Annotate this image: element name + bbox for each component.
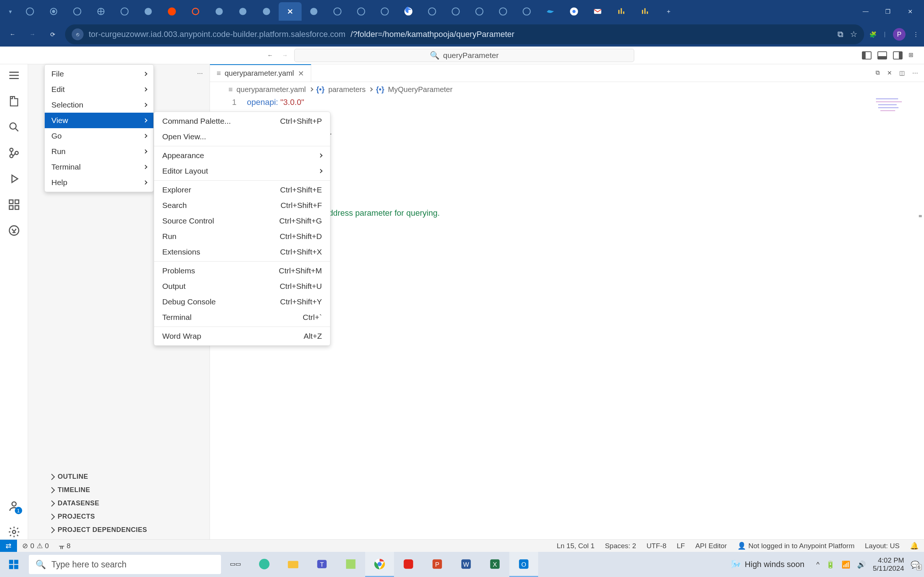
toggle-panel[interactable]	[877, 52, 887, 60]
menu-command-palette[interactable]: Command Palette...Ctrl+Shift+P	[154, 113, 330, 129]
menu-view[interactable]: View	[45, 113, 153, 128]
taskbar-search[interactable]: 🔍 Type here to search	[29, 555, 221, 574]
panel-projects[interactable]: PROJECTS	[28, 510, 210, 523]
menu-selection[interactable]: Selection	[45, 97, 153, 113]
site-info-icon[interactable]: ⎋	[72, 29, 84, 40]
split-editor-icon[interactable]: ◫	[899, 69, 905, 76]
menu-debug-console[interactable]: Debug ConsoleCtrl+Shift+Y	[154, 294, 330, 309]
source-control-icon[interactable]	[6, 145, 21, 160]
status-ports[interactable]: ᚂ 8	[54, 542, 76, 550]
status-cursor[interactable]: Ln 15, Col 1	[551, 542, 599, 550]
file-tab-queryparameter[interactable]: ≡ queryparameter.yaml ✕	[210, 64, 311, 82]
panel-project-dependencies[interactable]: PROJECT DEPENDENCIES	[28, 523, 210, 537]
run-debug-icon[interactable]	[6, 171, 21, 186]
start-button[interactable]	[0, 552, 27, 577]
menu-run[interactable]: Run	[45, 144, 153, 159]
nav-back-icon[interactable]: ←	[265, 52, 276, 59]
tab-2[interactable]	[42, 2, 65, 21]
command-center-search[interactable]: 🔍 queryParameter	[294, 49, 634, 62]
tab-25-gmail[interactable]	[586, 2, 609, 21]
minimap[interactable]	[876, 98, 917, 124]
tab-11[interactable]	[255, 2, 278, 21]
tab-27[interactable]	[633, 2, 656, 21]
install-app-icon[interactable]: ⧉	[837, 29, 843, 39]
app-edge[interactable]	[250, 552, 279, 577]
tab-18[interactable]	[421, 2, 444, 21]
breadcrumb-parameters[interactable]: parameters	[328, 85, 365, 94]
menu-source-control[interactable]: Source ControlCtrl+Shift+G	[154, 213, 330, 229]
tab-19[interactable]	[444, 2, 467, 21]
back-button[interactable]: ←	[5, 27, 20, 42]
menu-go[interactable]: Go	[45, 128, 153, 144]
minimize-button[interactable]: —	[855, 4, 877, 19]
tab-21[interactable]	[491, 2, 514, 21]
menu-explorer[interactable]: ExplorerCtrl+Shift+E	[154, 182, 330, 198]
open-flow-icon[interactable]: ⧉	[876, 69, 880, 76]
maximize-button[interactable]: ❐	[877, 4, 899, 19]
accounts-icon[interactable]: 1	[6, 499, 21, 514]
app-acrobat[interactable]	[394, 552, 423, 577]
menu-edit[interactable]: Edit	[45, 82, 153, 97]
menu-output[interactable]: OutputCtrl+Shift+U	[154, 279, 330, 294]
customize-layout[interactable]: ⊞	[908, 52, 918, 60]
breadcrumb-file[interactable]: queryparameter.yaml	[237, 85, 306, 94]
app-outlook[interactable]: O	[509, 552, 538, 577]
breadcrumbs[interactable]: ≡ queryparameter.yaml {•} parameters {•}…	[210, 82, 924, 97]
menu-help[interactable]: Help	[45, 175, 153, 190]
tab-3[interactable]	[66, 2, 89, 21]
status-layout[interactable]: Layout: US	[860, 542, 905, 550]
tab-17-google[interactable]	[397, 2, 420, 21]
tab-20[interactable]	[468, 2, 491, 21]
tab-24-chrome[interactable]	[562, 2, 585, 21]
panel-datasense[interactable]: DATASENSE	[28, 496, 210, 510]
action-center-icon[interactable]: 💬6	[911, 560, 919, 569]
new-tab-button[interactable]: ＋	[657, 2, 680, 21]
toggle-secondary-sidebar[interactable]	[893, 52, 903, 60]
tab-5[interactable]	[113, 2, 136, 21]
status-eol[interactable]: LF	[672, 542, 690, 550]
task-view-icon[interactable]: ▭▭	[221, 552, 250, 577]
tabs-dropdown[interactable]: ▾	[3, 2, 18, 21]
tray-clock[interactable]: 4:02 PM 5/11/2024	[872, 556, 904, 572]
tab-10[interactable]	[231, 2, 254, 21]
menu-extensions[interactable]: ExtensionsCtrl+Shift+X	[154, 244, 330, 259]
menu-file[interactable]: File	[45, 66, 153, 82]
app-explorer[interactable]	[279, 552, 307, 577]
reload-button[interactable]: ⟳	[45, 27, 60, 42]
search-activity-icon[interactable]	[6, 120, 21, 134]
tab-8[interactable]	[184, 2, 207, 21]
mulesoft-icon[interactable]	[6, 223, 21, 238]
forward-button[interactable]: →	[25, 27, 40, 42]
menu-editor-layout[interactable]: Editor Layout	[154, 163, 330, 179]
breadcrumb-myqueryparameter[interactable]: MyQueryParameter	[388, 85, 453, 94]
tab-26[interactable]	[610, 2, 633, 21]
tray-chevron-up-icon[interactable]: ^	[816, 560, 820, 569]
profile-avatar[interactable]: P	[893, 28, 906, 40]
close-window-button[interactable]: ✕	[899, 4, 921, 19]
editor-more-icon[interactable]: ⋯	[912, 69, 918, 76]
status-problems[interactable]: ⊘ 0 ⚠ 0	[17, 542, 54, 550]
tab-22[interactable]	[515, 2, 538, 21]
tab-1[interactable]	[18, 2, 41, 21]
tab-4[interactable]	[89, 2, 112, 21]
tab-7-reddit[interactable]	[160, 2, 183, 21]
tray-battery-icon[interactable]: 🔋	[826, 560, 835, 569]
menu-open-view[interactable]: Open View...	[154, 129, 330, 144]
tab-9[interactable]	[208, 2, 231, 21]
chrome-menu-icon[interactable]: ⋮	[913, 31, 919, 38]
tray-volume-icon[interactable]: 🔊	[857, 560, 866, 569]
menu-icon[interactable]	[6, 68, 21, 83]
tray-wifi-icon[interactable]: 📶	[842, 560, 850, 569]
panel-timeline[interactable]: TIMELINE	[28, 483, 210, 496]
toggle-primary-sidebar[interactable]	[862, 52, 872, 60]
remote-indicator[interactable]: ⇄	[0, 540, 17, 552]
menu-terminal[interactable]: Terminal	[45, 159, 153, 175]
address-bar[interactable]: ⎋ tor-curgeuzowwr.iad.003.anypoint.code-…	[65, 24, 864, 44]
menu-problems[interactable]: ProblemsCtrl+Shift+M	[154, 263, 330, 279]
tab-14[interactable]	[326, 2, 349, 21]
app-powerpoint[interactable]: P	[423, 552, 452, 577]
app-teams[interactable]: T	[307, 552, 336, 577]
tab-16[interactable]	[373, 2, 396, 21]
tab-15[interactable]	[350, 2, 373, 21]
app-word[interactable]: W	[452, 552, 480, 577]
